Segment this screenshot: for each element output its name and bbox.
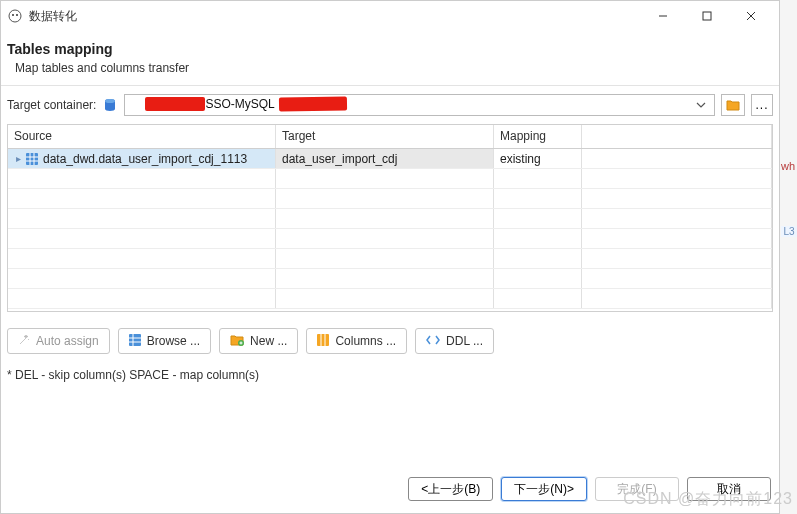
table-icon bbox=[25, 152, 39, 166]
columns-icon bbox=[317, 334, 329, 349]
cell-source[interactable]: ▸ data_dwd.data_user_import_cdj_1113 bbox=[8, 149, 276, 168]
auto-assign-label: Auto assign bbox=[36, 334, 99, 348]
svg-point-0 bbox=[9, 10, 21, 22]
code-icon bbox=[426, 334, 440, 348]
svg-rect-21 bbox=[317, 334, 329, 346]
maximize-button[interactable] bbox=[685, 1, 729, 31]
target-container-label: Target container: bbox=[7, 98, 96, 112]
col-header-source[interactable]: Source bbox=[8, 125, 276, 148]
mapping-table: Source Target Mapping ▸ data_dwd.data_us… bbox=[7, 124, 773, 312]
chevron-down-icon[interactable] bbox=[692, 100, 710, 110]
finish-button[interactable]: 完成(F) bbox=[595, 477, 679, 501]
table-row[interactable] bbox=[8, 269, 772, 289]
col-header-mapping[interactable]: Mapping bbox=[494, 125, 582, 148]
cell-mapping[interactable]: existing bbox=[494, 149, 582, 168]
col-header-target[interactable]: Target bbox=[276, 125, 494, 148]
app-icon bbox=[7, 8, 23, 24]
svg-rect-14 bbox=[129, 334, 141, 346]
columns-label: Columns ... bbox=[335, 334, 396, 348]
page-subtitle: Map tables and columns transfer bbox=[7, 61, 773, 75]
minimize-button[interactable] bbox=[641, 1, 685, 31]
table-row[interactable] bbox=[8, 229, 772, 249]
table-header: Source Target Mapping bbox=[8, 125, 772, 149]
cell-extra[interactable] bbox=[582, 149, 772, 168]
ddl-label: DDL ... bbox=[446, 334, 483, 348]
cancel-button[interactable]: 取消 bbox=[687, 477, 771, 501]
svg-point-2 bbox=[16, 14, 18, 16]
svg-point-1 bbox=[12, 14, 14, 16]
new-button[interactable]: New ... bbox=[219, 328, 298, 354]
new-label: New ... bbox=[250, 334, 287, 348]
next-button[interactable]: 下一步(N)> bbox=[501, 477, 587, 501]
page-title: Tables mapping bbox=[7, 41, 773, 57]
browse-folder-button[interactable] bbox=[721, 94, 745, 116]
target-container-row: Target container: SSO-MySQL ... bbox=[1, 86, 779, 124]
action-buttons-row: Auto assign Browse ... New ... Columns .… bbox=[1, 312, 779, 362]
col-header-extra[interactable] bbox=[582, 125, 772, 148]
ddl-button[interactable]: DDL ... bbox=[415, 328, 494, 354]
wizard-footer: <上一步(B) 下一步(N)> 完成(F) 取消 bbox=[1, 467, 779, 513]
table-row[interactable] bbox=[8, 249, 772, 269]
target-value: data_user_import_cdj bbox=[282, 152, 397, 166]
table-body: ▸ data_dwd.data_user_import_cdj_1113 dat… bbox=[8, 149, 772, 311]
titlebar: 数据转化 bbox=[1, 1, 779, 31]
browse-label: Browse ... bbox=[147, 334, 200, 348]
table-row[interactable] bbox=[8, 189, 772, 209]
close-button[interactable] bbox=[729, 1, 773, 31]
table-row[interactable] bbox=[8, 289, 772, 309]
folder-plus-icon bbox=[230, 334, 244, 349]
table-row[interactable] bbox=[8, 169, 772, 189]
cell-target[interactable]: data_user_import_cdj bbox=[276, 149, 494, 168]
more-options-button[interactable]: ... bbox=[751, 94, 773, 116]
table-icon bbox=[129, 334, 141, 349]
svg-point-8 bbox=[105, 99, 115, 103]
dialog-window: 数据转化 Tables mapping Map tables and colum… bbox=[0, 0, 780, 514]
magic-wand-icon bbox=[18, 334, 30, 349]
dialog-header: Tables mapping Map tables and columns tr… bbox=[1, 31, 779, 86]
svg-rect-4 bbox=[703, 12, 711, 20]
background-peek: wh bbox=[781, 160, 797, 172]
source-value: data_dwd.data_user_import_cdj_1113 bbox=[43, 152, 247, 166]
browse-button[interactable]: Browse ... bbox=[118, 328, 211, 354]
target-container-field[interactable]: SSO-MySQL bbox=[124, 94, 715, 116]
table-row[interactable]: ▸ data_dwd.data_user_import_cdj_1113 dat… bbox=[8, 149, 772, 169]
expand-arrow-icon[interactable]: ▸ bbox=[16, 153, 21, 164]
auto-assign-button[interactable]: Auto assign bbox=[7, 328, 110, 354]
svg-rect-9 bbox=[26, 153, 38, 165]
ellipsis-icon: ... bbox=[755, 98, 768, 112]
target-container-partial-text: SSO-MySQL bbox=[205, 97, 274, 111]
database-icon bbox=[102, 97, 118, 113]
back-button[interactable]: <上一步(B) bbox=[408, 477, 493, 501]
background-peek: L3 bbox=[781, 226, 797, 237]
hint-note: * DEL - skip column(s) SPACE - map colum… bbox=[1, 362, 779, 388]
window-title: 数据转化 bbox=[29, 8, 77, 25]
columns-button[interactable]: Columns ... bbox=[306, 328, 407, 354]
mapping-value: existing bbox=[500, 152, 541, 166]
table-row[interactable] bbox=[8, 209, 772, 229]
